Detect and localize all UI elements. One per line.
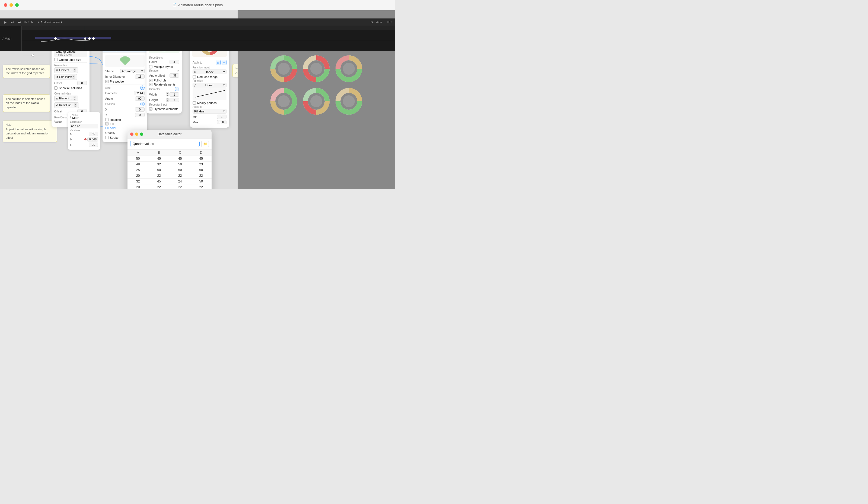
grid-index-select[interactable]: ⚙ Grid Index ▲ ▼ xyxy=(54,74,77,80)
table-row[interactable]: 20222222 xyxy=(127,173,211,179)
col-element-select[interactable]: ⊞ Element i... ▲ ▼ xyxy=(54,95,78,101)
expression-value[interactable]: a*b+c xyxy=(70,124,98,129)
var-a-value[interactable]: 50 xyxy=(89,132,98,136)
cell-3-0[interactable]: 20 xyxy=(127,173,149,179)
cell-4-1[interactable]: 45 xyxy=(149,179,170,184)
diameter-value[interactable]: 62.44 xyxy=(134,91,145,95)
var-b-value[interactable]: 0.848 xyxy=(87,137,98,141)
rad-height-up[interactable]: ▲ xyxy=(166,98,169,100)
col-element-up[interactable]: ▲ xyxy=(73,97,76,98)
cell-2-1[interactable]: 50 xyxy=(149,167,170,173)
cell-0-2[interactable]: 45 xyxy=(169,156,191,162)
math-menu[interactable]: ··· xyxy=(93,114,98,119)
position-add-button[interactable]: + xyxy=(140,102,145,106)
apply-list-btn[interactable]: ≡ xyxy=(221,60,227,65)
maximize-button[interactable] xyxy=(15,3,19,7)
cell-0-0[interactable]: 50 xyxy=(127,156,149,162)
angle-offset-value[interactable]: 45 xyxy=(169,73,179,78)
col-element-stepper[interactable]: ▲ ▼ xyxy=(73,97,76,100)
table-row[interactable]: 25505050 xyxy=(127,167,211,173)
full-circle-checkbox[interactable]: ✓ xyxy=(149,79,153,82)
cell-5-3[interactable]: 22 xyxy=(191,184,212,189)
inner-diameter-value[interactable]: 15 xyxy=(135,74,145,79)
cell-1-3[interactable]: 23 xyxy=(191,162,212,167)
grid-index-stepper[interactable]: ▲ ▼ xyxy=(72,75,75,79)
size-add-button[interactable]: + xyxy=(140,85,145,90)
function-input-select[interactable]: ⊞ Index ▾ xyxy=(193,70,227,74)
dynamic-elements-checkbox[interactable]: ✓ xyxy=(149,107,153,111)
cell-4-0[interactable]: 32 xyxy=(127,179,149,184)
dte-close-button[interactable] xyxy=(130,132,133,136)
element-i-down[interactable]: ▼ xyxy=(73,70,76,72)
rad-width-value[interactable]: 1 xyxy=(169,92,179,97)
fill-color-label[interactable]: Fill color xyxy=(105,126,116,130)
col-radial-stepper[interactable]: ▲ ▼ xyxy=(74,103,77,107)
zoom-thumb[interactable] xyxy=(31,54,34,57)
dte-min-button[interactable] xyxy=(135,132,138,136)
table-row[interactable]: 50454545 xyxy=(127,156,211,162)
element-i-up[interactable]: ▲ xyxy=(73,68,76,70)
col-radial-up[interactable]: ▲ xyxy=(74,103,77,105)
apply-grid-btn[interactable]: ⊞ xyxy=(216,60,220,65)
cell-2-2[interactable]: 50 xyxy=(169,167,191,173)
output-table-size-checkbox[interactable] xyxy=(54,58,58,61)
cell-4-2[interactable]: 24 xyxy=(169,179,191,184)
col-radial-down[interactable]: ▼ xyxy=(74,105,77,107)
cell-4-3[interactable]: 50 xyxy=(191,179,212,184)
rad-height-stepper[interactable]: ▲ ▼ xyxy=(166,98,169,102)
cell-0-3[interactable]: 45 xyxy=(191,156,212,162)
table-row[interactable]: 20222222 xyxy=(127,184,211,189)
max-value[interactable]: 0.6 xyxy=(217,120,227,124)
stroke-checkbox[interactable] xyxy=(105,136,108,139)
table-row[interactable]: 32452450 xyxy=(127,179,211,184)
count-value[interactable]: 4 xyxy=(169,60,179,64)
grid-index-down[interactable]: ▼ xyxy=(72,77,75,79)
fill-hue-select[interactable]: Fill Hue ▾ xyxy=(193,109,227,113)
rotate-elements-checkbox[interactable]: ✓ xyxy=(149,83,153,86)
shape-type-select[interactable]: Arc wedge ▾ xyxy=(120,69,145,73)
rad-width-down[interactable]: ▼ xyxy=(166,94,169,97)
next-button[interactable]: ⏭ xyxy=(17,20,22,25)
cell-2-3[interactable]: 50 xyxy=(191,167,212,173)
cell-2-0[interactable]: 25 xyxy=(127,167,149,173)
zoom-slider[interactable] xyxy=(23,55,44,56)
play-button[interactable]: ▶ xyxy=(3,20,8,25)
dte-max-button[interactable] xyxy=(140,132,143,136)
col-radial-select[interactable]: ⚙ Radial Ind... ▲ ▼ xyxy=(54,102,79,108)
rad-width-stepper[interactable]: ▲ ▼ xyxy=(166,92,169,97)
cell-3-2[interactable]: 22 xyxy=(169,173,191,179)
table-row[interactable]: 48325023 xyxy=(127,162,211,167)
cell-3-3[interactable]: 22 xyxy=(191,173,212,179)
min-value[interactable]: 1 xyxy=(217,114,227,119)
add-animation-button[interactable]: + Add animation ▾ xyxy=(35,20,64,24)
table-name-input[interactable] xyxy=(130,141,200,147)
dte-folder-button[interactable]: 📁 xyxy=(201,141,209,147)
prev-button[interactable]: ⏮ xyxy=(10,20,15,25)
cell-1-1[interactable]: 32 xyxy=(149,162,170,167)
cell-3-1[interactable]: 22 xyxy=(149,173,170,179)
keyframe-2[interactable] xyxy=(84,38,86,40)
rad-width-up[interactable]: ▲ xyxy=(166,92,169,94)
cell-1-0[interactable]: 48 xyxy=(127,162,149,167)
modify-periods-checkbox[interactable] xyxy=(193,101,196,104)
cell-1-2[interactable]: 50 xyxy=(169,162,191,167)
diameter-add-button[interactable]: + xyxy=(175,87,179,91)
angle-value[interactable]: 90 xyxy=(135,97,145,101)
pie-wedge-checkbox[interactable]: ✓ xyxy=(105,80,108,83)
col-element-down[interactable]: ▼ xyxy=(73,99,76,100)
grid-index-up[interactable]: ▲ xyxy=(72,75,75,77)
minimize-button[interactable] xyxy=(10,3,13,7)
reduced-range-checkbox[interactable] xyxy=(193,75,196,79)
fill-checkbox[interactable]: ✓ xyxy=(105,122,108,125)
element-i-select[interactable]: ⊞ Element i... ▲ ▼ xyxy=(54,67,78,73)
close-button[interactable] xyxy=(4,3,7,7)
rad-height-value[interactable]: 1 xyxy=(169,98,179,102)
linear-select[interactable]: ╱ Linear ▾ xyxy=(193,83,227,88)
element-i-stepper[interactable]: ▲ ▼ xyxy=(73,68,76,72)
y-value[interactable]: 0 xyxy=(135,113,145,117)
multiple-layers-checkbox[interactable] xyxy=(149,65,153,69)
cell-5-1[interactable]: 22 xyxy=(149,184,170,189)
cell-5-2[interactable]: 22 xyxy=(169,184,191,189)
x-value[interactable]: 0 xyxy=(135,107,145,112)
show-all-columns-checkbox[interactable] xyxy=(54,86,58,90)
